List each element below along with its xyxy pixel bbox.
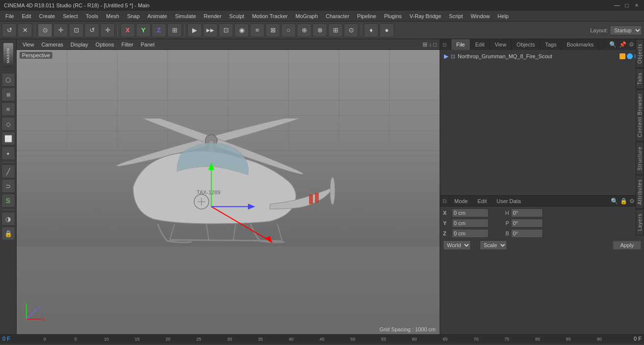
tab-tags[interactable]: Tags: [540, 39, 562, 50]
menu-motion-tracker[interactable]: Motion Tracker: [248, 12, 291, 20]
menu-simulate[interactable]: Simulate: [172, 12, 200, 20]
menu-tools[interactable]: Tools: [82, 12, 102, 20]
left-tool-polygon[interactable]: ◇: [1, 117, 15, 131]
add-tool-button[interactable]: ✛: [100, 23, 115, 37]
menu-select[interactable]: Select: [60, 12, 82, 20]
menu-snap[interactable]: Snap: [124, 12, 143, 20]
anim-button[interactable]: ▶▶: [203, 23, 218, 37]
axis-x-button[interactable]: X: [120, 23, 135, 37]
attr-lock-icon[interactable]: 🔒: [620, 198, 627, 205]
menu-mograph[interactable]: MoGraph: [292, 12, 321, 20]
play-button[interactable]: ▶: [187, 23, 202, 37]
left-tool-box[interactable]: ⬜: [1, 132, 15, 145]
menu-create[interactable]: Create: [36, 12, 59, 20]
menu-pipeline[interactable]: Pipeline: [354, 12, 379, 20]
menu-window[interactable]: Window: [467, 12, 493, 20]
sphere-button[interactable]: ●: [379, 23, 394, 37]
move-tool-button[interactable]: ✛: [53, 23, 68, 37]
undo-button[interactable]: ↺: [2, 23, 17, 37]
tab-view-obj[interactable]: View: [490, 39, 512, 50]
side-tab-content-browser[interactable]: Content Browser: [636, 89, 644, 141]
apply-button[interactable]: Apply: [613, 241, 641, 250]
rotate-tool-button[interactable]: ↺: [85, 23, 99, 37]
menu-animate[interactable]: Animate: [144, 12, 171, 20]
vp-menu-view[interactable]: View: [20, 41, 37, 48]
menu-mesh[interactable]: Mesh: [103, 12, 123, 20]
gem-button[interactable]: ♦: [364, 23, 378, 37]
menu-character[interactable]: Character: [322, 12, 353, 20]
right-frame-input[interactable]: [616, 335, 643, 342]
left-tool-checker[interactable]: ⊠: [1, 88, 15, 101]
b-rot-input[interactable]: [511, 229, 543, 238]
left-tool-layers[interactable]: ≡: [1, 102, 15, 116]
left-tool-paint[interactable]: ⊃: [1, 179, 15, 193]
axis-z-button[interactable]: Z: [152, 23, 166, 37]
attr-tab-mode[interactable]: Mode: [449, 196, 473, 206]
search-icon[interactable]: 🔍: [609, 41, 617, 48]
grid-button[interactable]: ⊞: [328, 23, 343, 37]
menu-edit[interactable]: Edit: [19, 12, 35, 20]
vp-menu-options[interactable]: Options: [92, 41, 117, 48]
vp-menu-cameras[interactable]: Cameras: [39, 41, 67, 48]
view-circle-button[interactable]: ○: [281, 23, 296, 37]
h-rot-input[interactable]: [511, 208, 543, 217]
current-frame-input[interactable]: [1, 335, 28, 342]
attr-tab-userdata[interactable]: User Data: [492, 196, 526, 206]
pin-icon[interactable]: 📌: [619, 41, 626, 48]
menu-vray[interactable]: V-Ray Bridge: [406, 12, 445, 20]
tree-item-helicopter[interactable]: ▶ ⊡ Northrop_Grumman_MQ_8_Fire_Scout: [442, 52, 642, 61]
filter-button[interactable]: ⊠: [266, 23, 280, 37]
tab-file[interactable]: File: [451, 39, 470, 50]
light-button[interactable]: ⊙: [344, 23, 358, 37]
display-mode-button[interactable]: ≡: [250, 23, 265, 37]
scale-tool-button[interactable]: ⊡: [69, 23, 84, 37]
left-tool-cube[interactable]: ⬡: [1, 73, 15, 87]
tab-objects[interactable]: Objects: [511, 39, 540, 50]
vp-menu-display[interactable]: Display: [67, 41, 91, 48]
menu-sculpt[interactable]: Sculpt: [226, 12, 248, 20]
scale-select[interactable]: Scale: [480, 240, 507, 250]
camera-button[interactable]: ◉: [234, 23, 249, 37]
close-x-button[interactable]: ⊗: [312, 23, 327, 37]
settings-icon[interactable]: ⚙: [629, 41, 634, 48]
menu-render[interactable]: Render: [200, 12, 225, 20]
left-tool-sphere[interactable]: ●: [1, 146, 15, 160]
menu-plugins[interactable]: Plugins: [380, 12, 405, 20]
left-tool-sculpt[interactable]: ◑: [1, 212, 15, 226]
world-select[interactable]: World: [443, 240, 471, 250]
tab-edit-obj[interactable]: Edit: [470, 39, 490, 50]
left-tool-s[interactable]: S: [1, 194, 15, 207]
layout-select[interactable]: Startup: [610, 25, 642, 35]
side-tab-objects[interactable]: Objects: [636, 39, 644, 68]
side-tab-structure[interactable]: Structure: [636, 142, 644, 175]
tab-bookmarks[interactable]: Bookmarks: [562, 39, 599, 50]
attr-search-icon[interactable]: 🔍: [611, 198, 618, 205]
cancel-button[interactable]: ✕: [18, 23, 32, 37]
side-tab-tabs[interactable]: Tabs: [636, 68, 644, 89]
p-rot-input[interactable]: [511, 219, 543, 228]
left-tool-lock[interactable]: 🔒: [1, 227, 15, 240]
attr-tab-edit[interactable]: Edit: [473, 196, 492, 206]
viewport-3d[interactable]: TAX-1289: [17, 50, 440, 334]
menu-help[interactable]: Help: [494, 12, 512, 20]
vp-move-icon[interactable]: ⊞: [422, 41, 427, 48]
axis-all-button[interactable]: ⊞: [167, 23, 182, 37]
left-tool-curve[interactable]: ╱: [1, 164, 15, 178]
z-pos-input[interactable]: [452, 229, 489, 238]
vp-window-icon[interactable]: □: [433, 41, 437, 48]
crosshair-button[interactable]: ⊕: [297, 23, 311, 37]
y-pos-input[interactable]: [452, 219, 489, 228]
vp-down-icon[interactable]: ↓: [429, 41, 432, 48]
minimize-button[interactable]: —: [614, 2, 621, 9]
select-mode-button[interactable]: ⊙: [38, 23, 52, 37]
x-pos-input[interactable]: [452, 208, 489, 217]
viewport-layout-button[interactable]: ⊡: [219, 23, 233, 37]
close-button[interactable]: ×: [633, 2, 640, 9]
side-tab-attributes[interactable]: Attributes: [636, 175, 644, 209]
timeline-ruler[interactable]: 0 5 10 15 20 25 30 35 40 45 50 55 60 65 …: [0, 335, 644, 344]
menu-file[interactable]: File: [2, 12, 18, 20]
maximize-button[interactable]: □: [623, 2, 630, 9]
axis-y-button[interactable]: Y: [136, 23, 151, 37]
menu-script[interactable]: Script: [445, 12, 466, 20]
side-tab-layers[interactable]: Layers: [636, 209, 644, 235]
